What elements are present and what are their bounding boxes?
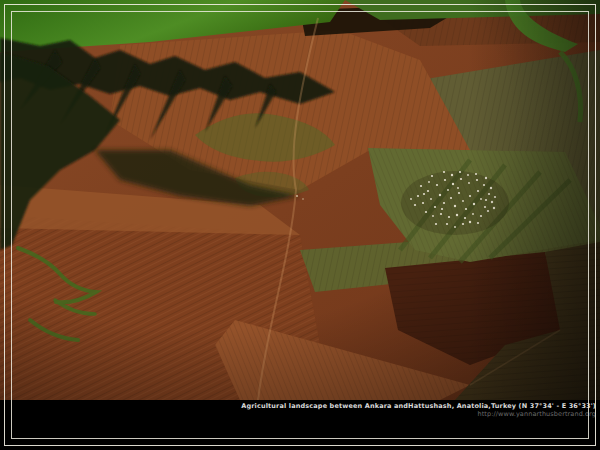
aerial-photo (0, 0, 600, 400)
aerial-photo-art (0, 0, 600, 400)
right-edge-shade (0, 0, 600, 400)
photo-credit-url: http://www.yannarthusbertrand.org (477, 410, 596, 418)
wallpaper: Agricultural landscape between Ankara an… (0, 0, 600, 450)
caption-band: Agricultural landscape between Ankara an… (0, 400, 600, 450)
